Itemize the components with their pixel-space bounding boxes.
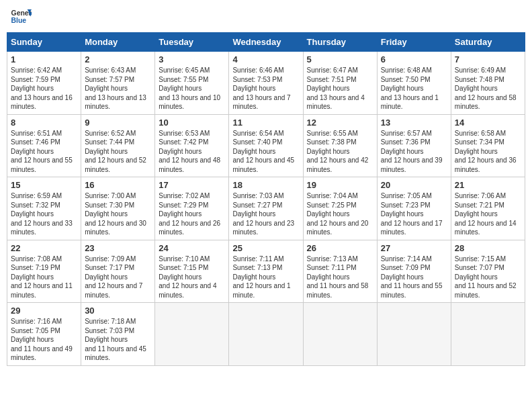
col-header-tuesday: Tuesday	[155, 33, 229, 52]
calendar-cell: 13Sunrise: 6:57 AMSunset: 7:36 PMDayligh…	[377, 114, 451, 177]
calendar-cell	[155, 303, 229, 366]
day-number: 13	[381, 118, 447, 128]
calendar-cell	[229, 303, 303, 366]
day-number: 11	[232, 118, 299, 128]
calendar-cell: 11Sunrise: 6:54 AMSunset: 7:40 PMDayligh…	[229, 114, 303, 177]
calendar-cell: 22Sunrise: 7:08 AMSunset: 7:19 PMDayligh…	[7, 240, 81, 303]
cell-info: Sunrise: 6:46 AMSunset: 7:53 PMDaylight …	[232, 66, 290, 110]
calendar-cell: 1Sunrise: 6:42 AMSunset: 7:59 PMDaylight…	[7, 52, 81, 115]
calendar-cell: 4Sunrise: 6:46 AMSunset: 7:53 PMDaylight…	[229, 52, 303, 115]
cell-info: Sunrise: 7:11 AMSunset: 7:13 PMDaylight …	[232, 255, 290, 299]
calendar-cell: 10Sunrise: 6:53 AMSunset: 7:42 PMDayligh…	[155, 114, 229, 177]
day-number: 23	[85, 243, 151, 253]
calendar-cell: 26Sunrise: 7:13 AMSunset: 7:11 PMDayligh…	[303, 240, 377, 303]
calendar-cell: 30Sunrise: 7:18 AMSunset: 7:03 PMDayligh…	[81, 303, 155, 366]
calendar-cell: 16Sunrise: 7:00 AMSunset: 7:30 PMDayligh…	[81, 177, 155, 240]
day-number: 16	[85, 180, 151, 190]
cell-info: Sunrise: 7:18 AMSunset: 7:03 PMDaylight …	[85, 318, 146, 361]
calendar-cell: 20Sunrise: 7:05 AMSunset: 7:23 PMDayligh…	[377, 177, 451, 240]
cell-info: Sunrise: 7:02 AMSunset: 7:29 PMDaylight …	[159, 192, 220, 236]
calendar-cell	[451, 303, 525, 366]
day-number: 17	[159, 180, 225, 190]
day-number: 9	[85, 118, 151, 128]
calendar-cell: 17Sunrise: 7:02 AMSunset: 7:29 PMDayligh…	[155, 177, 229, 240]
cell-info: Sunrise: 6:45 AMSunset: 7:55 PMDaylight …	[159, 66, 220, 110]
cell-info: Sunrise: 6:48 AMSunset: 7:50 PMDaylight …	[381, 66, 439, 110]
cell-info: Sunrise: 6:52 AMSunset: 7:44 PMDaylight …	[85, 130, 146, 173]
cell-info: Sunrise: 6:49 AMSunset: 7:48 PMDaylight …	[455, 66, 517, 110]
calendar-cell: 21Sunrise: 7:06 AMSunset: 7:21 PMDayligh…	[451, 177, 525, 240]
day-number: 7	[455, 54, 521, 64]
col-header-saturday: Saturday	[451, 33, 525, 52]
day-number: 5	[307, 54, 373, 64]
day-number: 6	[381, 54, 447, 64]
calendar-header-row: SundayMondayTuesdayWednesdayThursdayFrid…	[7, 33, 525, 52]
calendar-cell	[303, 303, 377, 366]
day-number: 8	[11, 118, 77, 128]
day-number: 25	[232, 243, 299, 253]
logo-icon: General Blue	[10, 7, 32, 26]
calendar-week-row: 29Sunrise: 7:16 AMSunset: 7:05 PMDayligh…	[7, 303, 525, 366]
day-number: 26	[307, 243, 373, 253]
day-number: 19	[307, 180, 373, 190]
cell-info: Sunrise: 7:09 AMSunset: 7:17 PMDaylight …	[85, 255, 142, 299]
calendar-cell: 27Sunrise: 7:14 AMSunset: 7:09 PMDayligh…	[377, 240, 451, 303]
calendar-cell: 5Sunrise: 6:47 AMSunset: 7:51 PMDaylight…	[303, 52, 377, 115]
col-header-thursday: Thursday	[303, 33, 377, 52]
cell-info: Sunrise: 7:00 AMSunset: 7:30 PMDaylight …	[85, 192, 146, 236]
day-number: 4	[232, 54, 299, 64]
cell-info: Sunrise: 7:04 AMSunset: 7:25 PMDaylight …	[307, 192, 369, 236]
calendar-week-row: 1Sunrise: 6:42 AMSunset: 7:59 PMDaylight…	[7, 52, 525, 115]
day-number: 1	[11, 54, 77, 64]
calendar-table: SundayMondayTuesdayWednesdayThursdayFrid…	[7, 32, 525, 366]
cell-info: Sunrise: 7:05 AMSunset: 7:23 PMDaylight …	[381, 192, 443, 236]
cell-info: Sunrise: 6:59 AMSunset: 7:32 PMDaylight …	[11, 192, 73, 236]
cell-info: Sunrise: 7:15 AMSunset: 7:07 PMDaylight …	[455, 255, 517, 299]
calendar-cell: 8Sunrise: 6:51 AMSunset: 7:46 PMDaylight…	[7, 114, 81, 177]
day-number: 15	[11, 180, 77, 190]
calendar-cell: 2Sunrise: 6:43 AMSunset: 7:57 PMDaylight…	[81, 52, 155, 115]
cell-info: Sunrise: 6:54 AMSunset: 7:40 PMDaylight …	[232, 130, 294, 173]
cell-info: Sunrise: 7:03 AMSunset: 7:27 PMDaylight …	[232, 192, 294, 236]
cell-info: Sunrise: 6:42 AMSunset: 7:59 PMDaylight …	[11, 66, 73, 110]
day-number: 10	[159, 118, 225, 128]
calendar-cell: 18Sunrise: 7:03 AMSunset: 7:27 PMDayligh…	[229, 177, 303, 240]
day-number: 22	[11, 243, 77, 253]
calendar-body: 1Sunrise: 6:42 AMSunset: 7:59 PMDaylight…	[7, 52, 525, 366]
calendar-cell	[377, 303, 451, 366]
cell-info: Sunrise: 7:08 AMSunset: 7:19 PMDaylight …	[11, 255, 73, 299]
day-number: 12	[307, 118, 373, 128]
calendar-week-row: 22Sunrise: 7:08 AMSunset: 7:19 PMDayligh…	[7, 240, 525, 303]
day-number: 3	[159, 54, 225, 64]
cell-info: Sunrise: 7:10 AMSunset: 7:15 PMDaylight …	[159, 255, 216, 299]
calendar-cell: 15Sunrise: 6:59 AMSunset: 7:32 PMDayligh…	[7, 177, 81, 240]
calendar-cell: 14Sunrise: 6:58 AMSunset: 7:34 PMDayligh…	[451, 114, 525, 177]
calendar-cell: 24Sunrise: 7:10 AMSunset: 7:15 PMDayligh…	[155, 240, 229, 303]
cell-info: Sunrise: 6:51 AMSunset: 7:46 PMDaylight …	[11, 130, 73, 173]
col-header-monday: Monday	[81, 33, 155, 52]
day-number: 28	[455, 243, 521, 253]
cell-info: Sunrise: 7:06 AMSunset: 7:21 PMDaylight …	[455, 192, 517, 236]
calendar-cell: 28Sunrise: 7:15 AMSunset: 7:07 PMDayligh…	[451, 240, 525, 303]
day-number: 21	[455, 180, 521, 190]
cell-info: Sunrise: 6:43 AMSunset: 7:57 PMDaylight …	[85, 66, 146, 110]
logo: General Blue	[10, 7, 32, 26]
cell-info: Sunrise: 7:13 AMSunset: 7:11 PMDaylight …	[307, 255, 369, 299]
calendar-cell: 23Sunrise: 7:09 AMSunset: 7:17 PMDayligh…	[81, 240, 155, 303]
day-number: 27	[381, 243, 447, 253]
cell-info: Sunrise: 6:55 AMSunset: 7:38 PMDaylight …	[307, 130, 369, 173]
calendar-week-row: 8Sunrise: 6:51 AMSunset: 7:46 PMDaylight…	[7, 114, 525, 177]
cell-info: Sunrise: 7:14 AMSunset: 7:09 PMDaylight …	[381, 255, 443, 299]
day-number: 20	[381, 180, 447, 190]
svg-text:Blue: Blue	[11, 17, 27, 24]
calendar-week-row: 15Sunrise: 6:59 AMSunset: 7:32 PMDayligh…	[7, 177, 525, 240]
calendar-cell: 19Sunrise: 7:04 AMSunset: 7:25 PMDayligh…	[303, 177, 377, 240]
cell-info: Sunrise: 6:53 AMSunset: 7:42 PMDaylight …	[159, 130, 220, 173]
page-header: General Blue	[7, 7, 525, 26]
day-number: 18	[232, 180, 299, 190]
day-number: 14	[455, 118, 521, 128]
calendar-cell: 29Sunrise: 7:16 AMSunset: 7:05 PMDayligh…	[7, 303, 81, 366]
day-number: 29	[11, 306, 77, 316]
col-header-sunday: Sunday	[7, 33, 81, 52]
col-header-wednesday: Wednesday	[229, 33, 303, 52]
